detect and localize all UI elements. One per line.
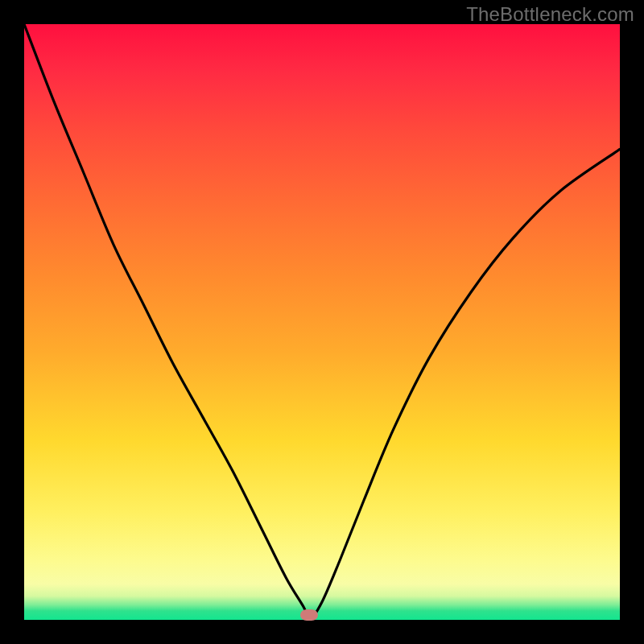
- plot-area: [24, 24, 620, 620]
- optimal-point-marker: [300, 609, 318, 621]
- bottleneck-curve: [24, 24, 620, 620]
- chart-frame: TheBottleneck.com: [0, 0, 644, 644]
- watermark-text: TheBottleneck.com: [466, 3, 634, 26]
